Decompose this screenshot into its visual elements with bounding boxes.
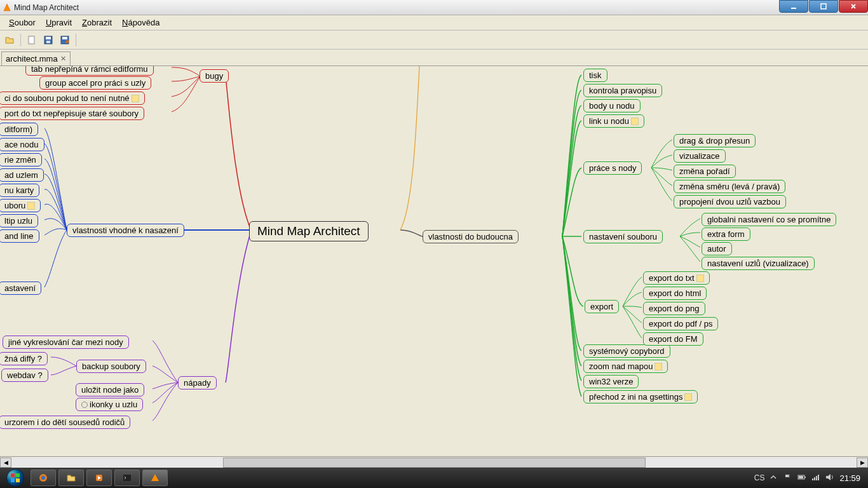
node-link-u-nodu[interactable]: link u nodu: [583, 114, 644, 128]
svg-rect-3: [29, 36, 34, 44]
node-globalni-nastaveni[interactable]: globalni nastavení co se promítne: [702, 213, 836, 226]
node-and-line[interactable]: and line: [0, 229, 39, 243]
node-label: práce s nody: [589, 163, 636, 173]
node-export-pdf[interactable]: export do pdf / ps: [643, 317, 718, 330]
node-backup-soubory[interactable]: backup soubory: [76, 360, 146, 373]
tab-close-icon[interactable]: ✕: [60, 55, 66, 63]
windows-logo-icon: [6, 469, 24, 487]
wifi-icon[interactable]: [811, 473, 820, 482]
document-tab[interactable]: architect.mma ✕: [1, 51, 71, 65]
scroll-track[interactable]: [11, 458, 857, 468]
node-zmena-smeru[interactable]: změna směru (levá / pravá): [674, 180, 785, 193]
node-ditform[interactable]: ditform): [0, 123, 38, 136]
flag-icon[interactable]: [783, 473, 792, 482]
node-tisk[interactable]: tisk: [583, 69, 607, 82]
node-propojeni[interactable]: propojení dvou uzlů vazbou: [674, 195, 786, 208]
node-label: body u nodu: [589, 101, 635, 111]
taskbar-app-media[interactable]: [86, 470, 112, 486]
node-systemovy-copybord[interactable]: systémový copybord: [583, 344, 670, 358]
node-drag-drop[interactable]: drag & drop přesun: [674, 134, 756, 147]
mindmap-canvas[interactable]: Mind Map Architect bugy vlastnosti vhodn…: [0, 66, 868, 456]
battery-icon[interactable]: [797, 473, 806, 482]
node-uboru[interactable]: uboru: [0, 199, 41, 212]
app-icon: [3, 3, 11, 12]
start-button[interactable]: [3, 468, 28, 488]
node-urzorem[interactable]: urzorem i do dětí sousedů rodičů: [0, 416, 130, 429]
taskbar-app-explorer[interactable]: [58, 470, 84, 486]
node-zna-diffy[interactable]: žná diffy ?: [0, 352, 48, 365]
node-label: změna pořadí: [679, 166, 730, 176]
window-maximize-button[interactable]: [809, 0, 838, 13]
menu-upravit[interactable]: Upravit: [41, 17, 77, 29]
node-label: propojení dvou uzlů vazbou: [679, 197, 780, 207]
node-nastaveni-uzlu[interactable]: nastavení uzlů (vizualizace): [702, 257, 815, 270]
node-vlastnosti-nasazeni[interactable]: vlastnosti vhodné k nasazení: [67, 224, 184, 237]
node-zoom-nad-mapou[interactable]: zoom nad mapou: [583, 360, 668, 373]
svg-rect-19: [814, 477, 815, 480]
node-label: ad uzlem: [4, 170, 38, 180]
node-ci-do-souboru[interactable]: ci do souboru pokud to není nutné: [0, 92, 145, 105]
window-minimize-button[interactable]: [779, 0, 808, 13]
node-export-fm[interactable]: export do FM: [643, 332, 703, 346]
node-tab-neprepina[interactable]: tab nepřepíná v rámci editformu: [25, 66, 154, 76]
taskbar-clock[interactable]: 21:59: [839, 473, 860, 483]
node-label: uložit node jako: [81, 385, 139, 395]
volume-icon[interactable]: [825, 473, 834, 482]
tray-language[interactable]: CS: [754, 473, 765, 482]
taskbar-app-firefox[interactable]: [31, 470, 56, 486]
node-label: nápady: [184, 378, 211, 388]
chevron-up-icon[interactable]: [770, 473, 778, 482]
node-body-u-nodu[interactable]: body u nodu: [583, 99, 641, 112]
node-label: přechod z ini na gsettings: [589, 392, 682, 402]
node-prechod-z-ini[interactable]: přechod z ini na gsettings: [583, 390, 698, 403]
menu-zobrazit[interactable]: Zobrazit: [77, 17, 117, 29]
taskbar-app-terminal[interactable]: [114, 470, 140, 486]
node-port-do-txt[interactable]: port do txt nepřepisuje staré soubory: [0, 107, 144, 120]
node-astaveni-left[interactable]: astavení: [0, 281, 41, 295]
node-export-txt[interactable]: export do txt: [643, 271, 710, 285]
node-export-png[interactable]: export do png: [643, 302, 705, 315]
node-label: ci do souboru pokud to není nutné: [4, 93, 130, 103]
scroll-left-button[interactable]: ◀: [0, 458, 11, 468]
node-ulozit-node[interactable]: uložit node jako: [76, 383, 144, 396]
node-ltip-uzlu[interactable]: ltip uzlu: [0, 214, 38, 227]
node-vizualizace[interactable]: vizualizace: [674, 149, 726, 163]
node-win32-verze[interactable]: win32 verze: [583, 375, 639, 388]
node-vlastnosti-budoucna[interactable]: vlastnosti do budoucna: [423, 230, 519, 243]
node-root[interactable]: Mind Map Architect: [249, 221, 369, 241]
node-ad-uzlem[interactable]: ad uzlem: [0, 168, 44, 182]
node-webdav[interactable]: webdav ?: [1, 369, 48, 382]
node-ikonky-u-uzlu[interactable]: ikonky u uzlu: [76, 398, 143, 411]
node-nastaveni-souboru[interactable]: nastavení souboru: [583, 230, 663, 243]
node-label: nastavení uzlů (vizualizace): [707, 259, 809, 268]
toolbar-save-button[interactable]: [41, 33, 55, 47]
node-prace-s-nody[interactable]: práce s nody: [583, 161, 642, 175]
toolbar-open-button[interactable]: [3, 33, 17, 47]
node-napady[interactable]: nápady: [178, 376, 217, 390]
scroll-thumb[interactable]: [223, 458, 646, 468]
node-ace-nodu[interactable]: ace nodu: [0, 138, 44, 151]
node-zmena-poradi[interactable]: změna pořadí: [674, 165, 736, 178]
menu-napoveda[interactable]: Nápověda: [117, 17, 165, 29]
toolbar-new-button[interactable]: [25, 33, 39, 47]
scroll-right-button[interactable]: ▶: [857, 458, 868, 468]
node-label: astavení: [4, 283, 36, 293]
taskbar-app-mindmap[interactable]: [142, 470, 168, 486]
horizontal-scrollbar[interactable]: ◀ ▶: [0, 456, 868, 468]
node-kontrola-pravopisu[interactable]: kontrola pravopisu: [583, 84, 662, 97]
svg-marker-14: [151, 474, 159, 481]
window-close-button[interactable]: [839, 0, 868, 13]
node-export-html[interactable]: export do html: [643, 287, 707, 300]
node-autor[interactable]: autor: [702, 242, 732, 255]
node-label: group accel pro práci s uzly: [45, 78, 146, 88]
node-group-accel[interactable]: group accel pro práci s uzly: [39, 76, 151, 90]
toolbar-saveas-button[interactable]: [58, 33, 72, 47]
node-nu-karty[interactable]: nu karty: [0, 184, 39, 197]
node-export[interactable]: export: [585, 300, 619, 313]
node-rie-zmen[interactable]: rie změn: [0, 153, 42, 166]
node-jine-vykreslovani[interactable]: jiné vykreslování čar mezi nody: [3, 336, 129, 349]
node-bugy[interactable]: bugy: [200, 69, 229, 83]
menu-soubor[interactable]: Soubor: [4, 17, 41, 29]
node-extra-form[interactable]: extra form: [702, 227, 750, 241]
toolbar: [0, 30, 868, 50]
